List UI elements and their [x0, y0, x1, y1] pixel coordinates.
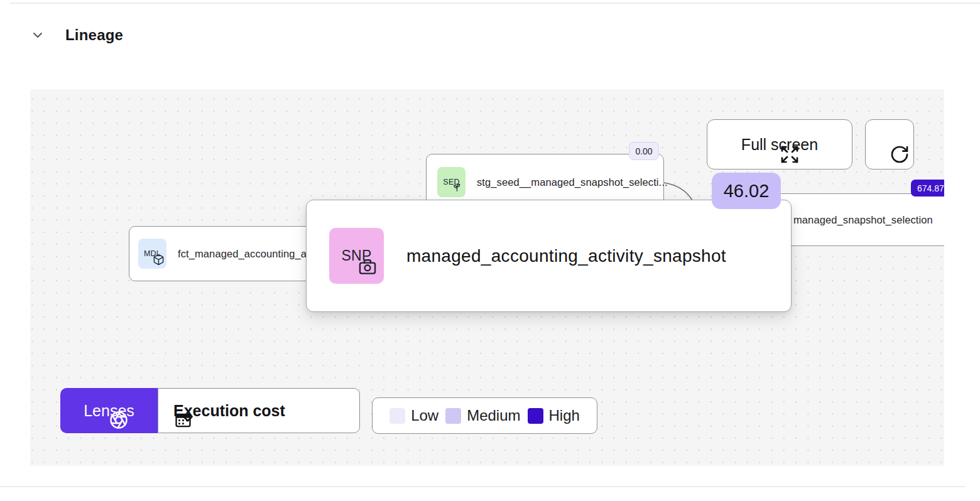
- node-label: managed_snapshot_selection: [793, 214, 933, 226]
- page-title: Lineage: [65, 26, 123, 44]
- chevron-down-icon: [30, 28, 45, 43]
- legend-item-medium: Medium: [445, 407, 520, 424]
- legend-label-high: High: [549, 407, 580, 424]
- node-card-label: managed_accounting_activity_snapshot: [406, 246, 726, 266]
- node-type-label: MDL: [144, 249, 161, 258]
- node-label: stg_seed__managed_snapshot_selecti...: [477, 176, 668, 188]
- cost-legend: Low Medium High: [372, 397, 597, 434]
- snapshot-type-badge: SNP: [329, 228, 384, 284]
- cost-chip-low: 0.00: [629, 142, 659, 160]
- node-card-managed-accounting-activity-snapshot[interactable]: SNP managed_accounting_activity_snapshot: [306, 200, 792, 312]
- refresh-button[interactable]: [865, 119, 914, 170]
- model-type-badge: MDL: [138, 239, 166, 269]
- lenses-label: Lenses: [84, 402, 134, 420]
- lineage-canvas[interactable]: MDL fct_managed_accounting_act SED stg_s…: [30, 89, 944, 466]
- legend-swatch-low: [389, 408, 405, 424]
- top-divider: [10, 3, 980, 4]
- legend-item-low: Low: [389, 407, 438, 424]
- legend-item-high: High: [528, 407, 580, 424]
- full-screen-button[interactable]: Full screen: [707, 119, 852, 170]
- seed-type-badge: SED: [437, 167, 466, 197]
- legend-label-low: Low: [411, 407, 438, 424]
- cost-chip-medium: 46.02: [712, 173, 781, 209]
- lineage-section-header: Lineage: [29, 26, 123, 44]
- node-type-label: SNP: [342, 247, 372, 264]
- full-screen-label: Full screen: [741, 136, 818, 154]
- lens-select-dropdown[interactable]: Execution cost: [158, 388, 360, 433]
- node-type-label: SED: [443, 178, 459, 186]
- cost-chip-high: 674.87: [911, 180, 944, 197]
- bottom-divider: [0, 486, 966, 487]
- legend-label-medium: Medium: [467, 407, 520, 424]
- legend-swatch-high: [528, 408, 543, 424]
- collapse-section-button[interactable]: [29, 26, 46, 44]
- lenses-button[interactable]: Lenses: [60, 388, 158, 433]
- node-label: fct_managed_accounting_act: [178, 248, 315, 260]
- legend-swatch-medium: [445, 408, 461, 424]
